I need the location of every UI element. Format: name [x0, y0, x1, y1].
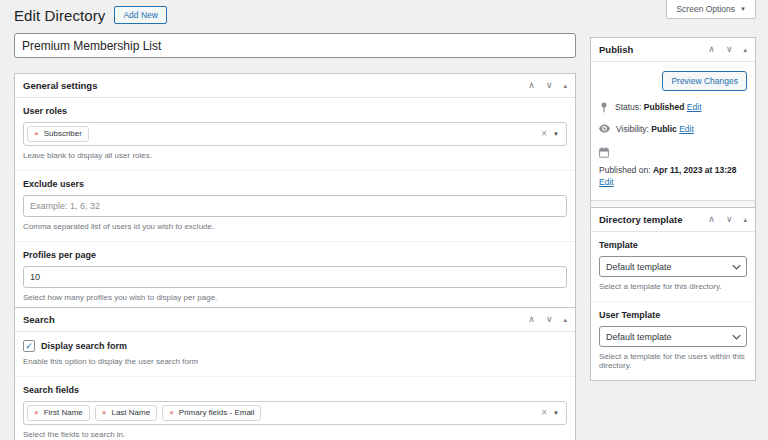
user-roles-section: User roles × Subscriber × ▼ Leave blank …	[15, 98, 575, 171]
exclude-users-input[interactable]	[23, 195, 567, 217]
select-chevron-icon	[732, 334, 741, 340]
preview-changes-button[interactable]: Preview Changes	[662, 71, 747, 91]
panel-handle-actions: ∧ ∨ ▴	[528, 81, 567, 90]
pin-icon	[599, 102, 609, 113]
move-up-icon[interactable]: ∧	[708, 215, 715, 224]
profiles-per-page-section: Profiles per page Select how many profil…	[15, 242, 575, 312]
screen-options-button[interactable]: Screen Options ▼	[666, 0, 756, 19]
page-header: Edit Directory Add New	[14, 6, 167, 24]
exclude-users-help: Comma separated list of users id you wis…	[23, 222, 567, 231]
dropdown-caret-icon[interactable]: ▼	[553, 131, 559, 137]
add-new-button[interactable]: Add New	[114, 6, 167, 24]
select-chevron-icon	[732, 264, 741, 270]
remove-tag-icon[interactable]: ×	[34, 130, 39, 138]
edit-visibility-link[interactable]: Edit	[679, 124, 694, 134]
search-fields-help: Select the fields to search in.	[23, 430, 567, 439]
move-down-icon[interactable]: ∨	[726, 215, 733, 224]
panel-title: Search	[23, 314, 55, 325]
tag-subscriber: × Subscriber	[27, 126, 89, 142]
move-down-icon[interactable]: ∨	[726, 45, 733, 54]
display-search-form-checkbox[interactable]: ✓	[23, 340, 35, 352]
directory-title-input[interactable]	[14, 33, 576, 58]
screen-options-label: Screen Options	[676, 4, 735, 14]
search-header: Search ∧ ∨ ▴	[15, 308, 575, 332]
collapse-icon[interactable]: ▴	[743, 216, 747, 223]
tag-label: First Name	[44, 408, 83, 417]
status-value: Published	[644, 102, 685, 112]
display-search-form-label[interactable]: Display search form	[41, 341, 127, 351]
visibility-row: Visibility: Public Edit	[599, 123, 747, 135]
user-roles-label: User roles	[23, 106, 567, 116]
user-roles-multiselect[interactable]: × Subscriber × ▼	[23, 122, 567, 146]
collapse-icon[interactable]: ▴	[563, 82, 567, 89]
profiles-per-page-input[interactable]	[23, 266, 567, 288]
user-roles-help: Leave blank to display all user roles.	[23, 151, 567, 160]
general-settings-panel: General settings ∧ ∨ ▴ User roles × Subs…	[14, 73, 576, 313]
search-panel: Search ∧ ∨ ▴ ✓ Display search form Enabl…	[14, 307, 576, 440]
template-select[interactable]: Default template	[599, 256, 747, 277]
edit-status-link[interactable]: Edit	[687, 102, 702, 112]
search-fields-label: Search fields	[23, 385, 567, 395]
tag-label: Primary fields - Email	[179, 408, 255, 417]
exclude-users-section: Exclude users Comma separated list of us…	[15, 171, 575, 242]
visibility-value: Public	[651, 124, 677, 134]
user-template-select-value: Default template	[606, 332, 672, 342]
chevron-down-icon: ▼	[740, 6, 746, 12]
template-section: Template Default template Select a templ…	[591, 232, 755, 302]
status-label: Status:	[615, 102, 641, 112]
remove-tag-icon[interactable]: ×	[102, 409, 107, 417]
move-down-icon[interactable]: ∨	[546, 81, 553, 90]
panel-title: Publish	[599, 44, 633, 55]
publish-body: Preview Changes Status: Published Edit V…	[591, 62, 755, 200]
panel-title: Directory template	[599, 214, 682, 225]
user-template-help: Select a template for the users within t…	[599, 352, 747, 370]
tag-label: Subscriber	[44, 129, 82, 138]
clear-selection-icon[interactable]: ×	[541, 408, 547, 418]
status-row: Status: Published Edit	[599, 101, 747, 113]
page-title: Edit Directory	[14, 7, 105, 24]
remove-tag-icon[interactable]: ×	[34, 409, 39, 417]
tag-first-name: × First Name	[27, 405, 90, 421]
search-fields-multiselect[interactable]: × First Name × Last Name × Primary field…	[23, 401, 567, 425]
panel-handle-actions: ∧ ∨ ▴	[708, 215, 747, 224]
display-search-form-row: ✓ Display search form	[23, 340, 567, 352]
preview-row: Preview Changes	[599, 71, 747, 91]
eye-icon	[599, 124, 610, 133]
published-on-text: Published on: Apr 11, 2023 at 13:28 Edit	[599, 164, 747, 189]
panel-handle-actions: ∧ ∨ ▴	[708, 45, 747, 54]
remove-tag-icon[interactable]: ×	[169, 409, 174, 417]
visibility-text: Visibility: Public Edit	[616, 123, 747, 135]
exclude-users-label: Exclude users	[23, 179, 567, 189]
template-select-value: Default template	[606, 262, 672, 272]
published-on-label: Published on:	[599, 165, 651, 175]
display-search-form-section: ✓ Display search form Enable this option…	[15, 332, 575, 377]
move-down-icon[interactable]: ∨	[546, 315, 553, 324]
move-up-icon[interactable]: ∧	[528, 315, 535, 324]
profiles-per-page-help: Select how many profiles you wish to dis…	[23, 293, 567, 302]
profiles-per-page-label: Profiles per page	[23, 250, 567, 260]
user-template-label: User Template	[599, 310, 747, 320]
calendar-icon	[599, 147, 609, 158]
panel-title: General settings	[23, 80, 97, 91]
collapse-icon[interactable]: ▴	[743, 46, 747, 53]
user-template-section: User Template Default template Select a …	[591, 302, 755, 380]
general-settings-header: General settings ∧ ∨ ▴	[15, 74, 575, 98]
status-text: Status: Published Edit	[615, 101, 747, 113]
published-on-value: Apr 11, 2023 at 13:28	[653, 165, 737, 175]
panel-handle-actions: ∧ ∨ ▴	[528, 315, 567, 324]
publish-header: Publish ∧ ∨ ▴	[591, 38, 755, 62]
published-on-row: Published on: Apr 11, 2023 at 13:28 Edit	[599, 146, 747, 189]
tag-last-name: × Last Name	[95, 405, 157, 421]
directory-template-panel: Directory template ∧ ∨ ▴ Template Defaul…	[590, 207, 756, 381]
template-label: Template	[599, 240, 747, 250]
dropdown-caret-icon[interactable]: ▼	[553, 410, 559, 416]
display-search-form-help: Enable this option to display the user s…	[23, 357, 567, 366]
move-up-icon[interactable]: ∧	[528, 81, 535, 90]
collapse-icon[interactable]: ▴	[563, 316, 567, 323]
clear-selection-icon[interactable]: ×	[541, 129, 547, 139]
move-up-icon[interactable]: ∧	[708, 45, 715, 54]
directory-template-header: Directory template ∧ ∨ ▴	[591, 208, 755, 232]
user-template-select[interactable]: Default template	[599, 326, 747, 347]
template-help: Select a template for this directory.	[599, 282, 747, 291]
edit-published-link[interactable]: Edit	[599, 177, 614, 187]
